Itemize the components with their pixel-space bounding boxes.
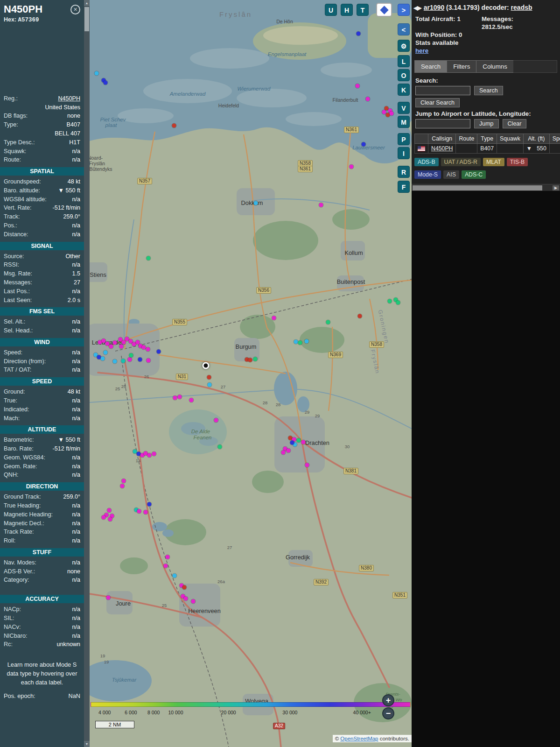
- aircraft-dot[interactable]: [138, 358, 142, 362]
- aircraft-dot[interactable]: [362, 142, 366, 147]
- map-button-i[interactable]: I: [398, 147, 410, 159]
- tab-filters[interactable]: Filters: [447, 60, 476, 73]
- clear-search-button[interactable]: Clear Search: [415, 98, 460, 107]
- aircraft-cell[interactable]: [549, 144, 560, 154]
- aircraft-dot[interactable]: [214, 418, 218, 423]
- tar1090-link[interactable]: ar1090: [424, 4, 444, 11]
- left-scrollbar[interactable]: ▲ ▼: [84, 0, 90, 747]
- hscroll-right-icon[interactable]: ▶: [553, 185, 559, 190]
- aircraft-dot[interactable]: [319, 203, 323, 207]
- aircraft-dot[interactable]: [144, 510, 148, 514]
- aircraft-cell[interactable]: N450PH: [428, 144, 456, 154]
- map-button-m[interactable]: M: [398, 116, 410, 128]
- aircraft-dot[interactable]: [108, 517, 112, 521]
- aircraft-dot[interactable]: [173, 396, 177, 400]
- aircraft-dot[interactable]: [106, 596, 111, 600]
- zoom-out-button[interactable]: −: [382, 707, 394, 719]
- map-button-l[interactable]: L: [398, 55, 410, 67]
- aircraft-dot[interactable]: [102, 515, 106, 520]
- aircraft-dot[interactable]: [297, 438, 301, 443]
- aircraft-dot[interactable]: [147, 502, 152, 507]
- aircraft-dot[interactable]: [390, 112, 394, 116]
- tab-search[interactable]: Search: [414, 60, 447, 73]
- aircraft-dot[interactable]: [129, 353, 133, 358]
- aircraft-cell[interactable]: [456, 144, 477, 154]
- readsb-link[interactable]: readsb: [511, 4, 532, 11]
- search-button[interactable]: Search: [474, 86, 503, 95]
- column-header[interactable]: Callsign: [428, 134, 456, 144]
- map-button-t[interactable]: T: [357, 4, 369, 16]
- column-header[interactable]: Squawk: [497, 134, 524, 144]
- map-button-v[interactable]: V: [398, 102, 410, 114]
- aircraft-dot[interactable]: [147, 256, 151, 261]
- aircraft-dot[interactable]: [301, 440, 306, 444]
- aircraft-dot[interactable]: [208, 383, 212, 387]
- aircraft-dot[interactable]: [104, 81, 108, 85]
- aircraft-dot[interactable]: [172, 124, 176, 128]
- map-button-k[interactable]: K: [398, 84, 410, 96]
- aircraft-dot[interactable]: [218, 445, 222, 449]
- horizontal-scrollbar[interactable]: ▶: [412, 184, 560, 191]
- aircraft-dot[interactable]: [388, 299, 392, 303]
- aircraft-dot[interactable]: [287, 449, 291, 453]
- aircraft-dot[interactable]: [173, 574, 177, 578]
- aircraft-dot[interactable]: [122, 340, 126, 345]
- aircraft-dot[interactable]: [137, 509, 141, 514]
- legend-mlat[interactable]: MLAT: [483, 158, 504, 166]
- jump-button[interactable]: Jump: [474, 119, 499, 128]
- column-header[interactable]: Route: [456, 134, 477, 144]
- hscroll-thumb[interactable]: [413, 185, 542, 190]
- layers-button[interactable]: [376, 3, 392, 17]
- aircraft-dot[interactable]: [305, 463, 309, 467]
- aircraft-dot[interactable]: [133, 450, 137, 454]
- column-header[interactable]: Spd: [549, 134, 560, 144]
- aircraft-cell[interactable]: B407: [477, 144, 497, 154]
- aircraft-dot[interactable]: [253, 357, 258, 361]
- map-button-collapse[interactable]: <: [398, 23, 410, 35]
- aircraft-dot[interactable]: [95, 71, 99, 76]
- panel-nav-right-icon[interactable]: ▶: [417, 5, 421, 11]
- panel-nav-left-icon[interactable]: ◀: [413, 5, 417, 11]
- table-row[interactable]: N450PHB407▼ 550: [415, 144, 560, 154]
- map-button-settings[interactable]: ⚙: [398, 40, 410, 52]
- aircraft-dot[interactable]: [122, 479, 126, 483]
- map-button-f[interactable]: F: [398, 181, 410, 193]
- selected-aircraft-marker[interactable]: [203, 362, 210, 369]
- aircraft-cell[interactable]: ▼ 550: [523, 144, 549, 154]
- aircraft-dot[interactable]: [166, 555, 170, 559]
- aircraft-dot[interactable]: [298, 341, 302, 345]
- map-button-r[interactable]: R: [398, 166, 410, 178]
- aircraft-dot[interactable]: [356, 84, 360, 88]
- aircraft-dot[interactable]: [366, 97, 370, 101]
- aircraft-dot[interactable]: [182, 585, 187, 590]
- aircraft-dot[interactable]: [358, 314, 362, 318]
- map-button-o[interactable]: O: [398, 69, 410, 81]
- legend-adsc[interactable]: ADS-C: [462, 170, 486, 179]
- aircraft-dot[interactable]: [272, 316, 276, 320]
- scroll-down-icon[interactable]: ▼: [84, 741, 90, 747]
- search-input[interactable]: [415, 86, 470, 95]
- scroll-thumb[interactable]: [84, 7, 89, 31]
- aircraft-dot[interactable]: [254, 201, 258, 205]
- jump-input[interactable]: [415, 119, 470, 128]
- aircraft-dot[interactable]: [396, 301, 400, 305]
- aircraft-dot[interactable]: [305, 339, 309, 344]
- aircraft-dot[interactable]: [248, 358, 252, 362]
- aircraft-dot[interactable]: [357, 32, 361, 36]
- close-icon[interactable]: ×: [70, 5, 80, 14]
- aircraft-cell[interactable]: [497, 144, 524, 154]
- aircraft-dot[interactable]: [350, 165, 354, 169]
- aircraft-cell[interactable]: [415, 144, 428, 154]
- aircraft-dot[interactable]: [147, 359, 151, 363]
- aircraft-dot[interactable]: [119, 345, 124, 349]
- scroll-up-icon[interactable]: ▲: [84, 0, 90, 6]
- legend-tisb[interactable]: TIS-B: [507, 158, 528, 166]
- map-button-toggle-sidebar[interactable]: >: [398, 4, 410, 16]
- legend-adsb[interactable]: ADS-B: [414, 158, 439, 166]
- clear-jump-button[interactable]: Clear: [503, 119, 527, 128]
- map-canvas[interactable]: [90, 0, 412, 747]
- aircraft-dot[interactable]: [152, 452, 156, 456]
- column-header[interactable]: Type: [477, 134, 497, 144]
- aircraft-dot[interactable]: [142, 345, 146, 350]
- aircraft-dot[interactable]: [184, 597, 188, 601]
